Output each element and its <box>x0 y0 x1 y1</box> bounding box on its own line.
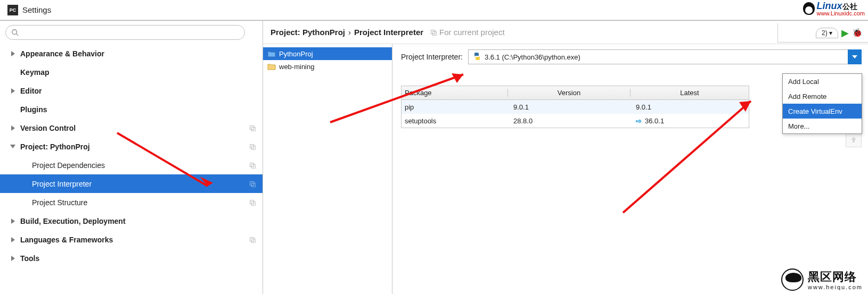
run-config-selector[interactable]: 2) ▾ <box>816 28 838 38</box>
menu-item-create-virtualenv[interactable]: Create VirtualEnv <box>783 104 862 119</box>
settings-categories-panel: Appearance & Behavior Keymap Editor Plug… <box>0 21 263 294</box>
svg-rect-9 <box>251 183 255 187</box>
project-scope-icon <box>249 199 256 206</box>
cell-latest: ⇨ 36.0.1 <box>630 117 749 125</box>
watermark-bottom: 黑区网络 www.heiqu.com <box>781 268 863 291</box>
project-scope-icon <box>249 162 256 169</box>
search-wrap <box>0 21 263 44</box>
chevron-down-icon <box>10 145 15 148</box>
tree-item-languages-frameworks[interactable]: Languages & Frameworks <box>0 230 263 249</box>
arrow-up-icon <box>850 136 857 143</box>
chevron-right-icon <box>11 88 15 94</box>
svg-rect-5 <box>251 146 255 149</box>
cell-version: 28.8.0 <box>508 117 630 125</box>
folder-icon <box>267 50 276 57</box>
svg-rect-4 <box>250 144 254 148</box>
packages-table[interactable]: Package Version Latest pip 9.0.1 9.0.1 s… <box>401 86 749 128</box>
package-row-setuptools[interactable]: setuptools 28.8.0 ⇨ 36.0.1 <box>402 114 749 128</box>
col-version[interactable]: Version <box>508 89 630 97</box>
menu-item-add-local[interactable]: Add Local <box>783 74 862 89</box>
col-package[interactable]: Package <box>402 89 508 97</box>
title-bar: PC Settings <box>0 0 868 20</box>
chevron-right-icon <box>11 237 15 242</box>
svg-rect-14 <box>431 30 435 33</box>
search-input[interactable] <box>5 25 245 40</box>
project-list[interactable]: PythonProj web-mining <box>263 44 392 294</box>
breadcrumb-separator: › <box>348 28 351 37</box>
upgrade-arrow-icon: ⇨ <box>636 117 642 125</box>
watermark-top: Linux公社 www.Linuxidc.com <box>803 1 865 16</box>
interpreter-value: 3.6.1 (C:\Python36\python.exe) <box>485 53 580 61</box>
menu-item-add-remote[interactable]: Add Remote <box>783 89 862 104</box>
tree-item-version-control[interactable]: Version Control <box>0 119 263 137</box>
pycharm-icon: PC <box>7 5 18 15</box>
svg-rect-11 <box>251 201 255 205</box>
svg-rect-8 <box>250 181 254 185</box>
interpreter-dropdown-button[interactable] <box>848 49 862 64</box>
project-scope-icon <box>249 236 256 243</box>
project-scope-icon <box>430 29 437 36</box>
debug-button[interactable]: 🐞 <box>852 28 863 38</box>
cell-name: pip <box>402 103 508 111</box>
folder-icon <box>267 63 276 70</box>
package-row-pip[interactable]: pip 9.0.1 9.0.1 <box>402 100 749 114</box>
content-row: PythonProj web-mining Project Interprete… <box>263 44 868 294</box>
project-scope-icon <box>249 143 256 150</box>
svg-rect-3 <box>251 127 255 131</box>
tree-item-project-interpreter[interactable]: Project Interpreter <box>0 174 263 193</box>
packages-header: Package Version Latest <box>402 86 749 100</box>
chevron-right-icon <box>11 219 15 224</box>
project-scope-icon <box>249 180 256 188</box>
svg-point-0 <box>12 30 17 35</box>
col-latest[interactable]: Latest <box>630 89 749 97</box>
tree-item-project-pythonproj[interactable]: Project: PythonProj <box>0 137 263 156</box>
tree-item-plugins[interactable]: Plugins <box>0 100 263 119</box>
svg-rect-15 <box>432 31 436 35</box>
settings-body: Appearance & Behavior Keymap Editor Plug… <box>0 20 868 294</box>
interpreter-row: Project Interpreter: 3.6.1 (C:\Python36\… <box>401 49 862 64</box>
cell-latest: 9.0.1 <box>630 103 749 111</box>
tree-item-keymap[interactable]: Keymap <box>0 63 263 81</box>
cell-version: 9.0.1 <box>508 103 630 111</box>
settings-tree[interactable]: Appearance & Behavior Keymap Editor Plug… <box>0 44 263 294</box>
tree-item-project-structure[interactable]: Project Structure <box>0 193 263 212</box>
cell-name: setuptools <box>402 117 508 125</box>
project-list-item-web-mining[interactable]: web-mining <box>263 60 392 73</box>
interpreter-select[interactable]: 3.6.1 (C:\Python36\python.exe) <box>468 49 862 64</box>
chevron-right-icon <box>11 51 15 56</box>
svg-rect-13 <box>251 239 255 242</box>
svg-rect-7 <box>251 164 255 168</box>
project-name: web-mining <box>279 63 314 71</box>
python-icon <box>473 52 481 62</box>
settings-detail-panel: Project: PythonProj › Project Interprete… <box>263 21 868 294</box>
chevron-down-icon <box>852 55 857 58</box>
svg-rect-12 <box>250 237 254 241</box>
chevron-right-icon <box>11 256 15 261</box>
run-button[interactable]: ▶ <box>841 27 849 39</box>
search-icon <box>11 29 19 36</box>
penguin-icon <box>803 2 815 15</box>
breadcrumb-project: Project: PythonProj <box>271 28 345 37</box>
svg-line-1 <box>17 34 19 36</box>
project-scope-icon <box>249 124 256 132</box>
project-list-item-pythonproj[interactable]: PythonProj <box>263 47 392 60</box>
svg-rect-6 <box>250 163 254 166</box>
tree-item-appearance-behavior[interactable]: Appearance & Behavior <box>0 44 263 63</box>
breadcrumb-hint: For current project <box>430 28 505 37</box>
project-name: PythonProj <box>279 50 313 58</box>
tree-item-editor[interactable]: Editor <box>0 81 263 100</box>
toolbar-fragment: 2) ▾ ▶ 🐞 <box>777 23 868 43</box>
window-title: Settings <box>22 5 51 14</box>
menu-item-more[interactable]: More... <box>783 119 862 133</box>
chevron-right-icon <box>11 125 15 131</box>
svg-rect-2 <box>250 125 254 129</box>
interpreter-dropdown-menu[interactable]: Add Local Add Remote Create VirtualEnv M… <box>782 73 862 134</box>
tree-item-tools[interactable]: Tools <box>0 249 263 267</box>
tree-item-project-dependencies[interactable]: Project Dependencies <box>0 156 263 174</box>
breadcrumb-page: Project Interpreter <box>354 28 423 37</box>
interpreter-label: Project Interpreter: <box>401 53 463 61</box>
tree-item-build-execution-deployment[interactable]: Build, Execution, Deployment <box>0 212 263 230</box>
svg-rect-10 <box>250 200 254 204</box>
mushroom-icon <box>781 268 804 291</box>
